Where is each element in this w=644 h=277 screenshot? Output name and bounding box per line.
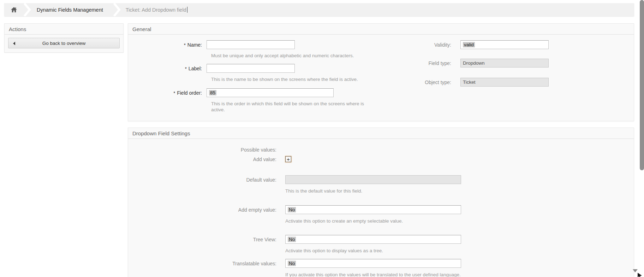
object-type-label: Object type: xyxy=(413,79,456,85)
add-empty-value-hint: Activate this option to create an empty … xyxy=(285,218,634,224)
field-order-selected-value: 85 xyxy=(209,90,216,95)
add-empty-value-label: Add empty value: xyxy=(128,207,276,213)
required-marker: * xyxy=(184,42,186,48)
translatable-values-label: Translatable values: xyxy=(128,261,276,266)
required-marker: * xyxy=(185,66,187,71)
breadcrumb-item-dynamic-fields[interactable]: Dynamic Fields Management xyxy=(31,7,113,13)
field-order-label: *Field order: xyxy=(128,90,207,96)
default-value-row: Default value: xyxy=(128,175,634,184)
translatable-values-row: Translatable values: No xyxy=(128,259,634,268)
field-type-row: Field type: Dropdown xyxy=(413,59,549,67)
name-label: *Name: xyxy=(128,42,207,48)
go-back-to-overview-button[interactable]: Go back to overview xyxy=(8,38,120,48)
tree-view-hint: Activate this option to display values a… xyxy=(285,248,634,254)
add-value-button[interactable]: + xyxy=(285,156,291,162)
add-empty-value-row: Add empty value: No xyxy=(128,205,634,214)
home-button[interactable] xyxy=(4,7,23,12)
translatable-values-selected-value: No xyxy=(288,261,296,266)
field-order-hint: This is the order in which this field wi… xyxy=(211,101,374,113)
general-widget: General *Name: Must be unique and only a… xyxy=(128,23,634,121)
required-marker: * xyxy=(173,90,175,96)
name-input[interactable] xyxy=(207,40,295,49)
label-label: *Label: xyxy=(128,66,207,71)
general-title: General xyxy=(128,24,634,35)
plus-icon: + xyxy=(287,157,290,162)
mouse-cursor-icon xyxy=(637,273,643,277)
field-type-value: Dropdown xyxy=(463,60,485,66)
scroll-down-icon[interactable] xyxy=(633,269,638,272)
go-back-button-label: Go back to overview xyxy=(42,41,85,46)
chevron-right-icon xyxy=(113,3,121,16)
breadcrumb: Dynamic Fields Management Ticket: Add Dr… xyxy=(4,3,634,16)
default-value-hint: This is the default value for this field… xyxy=(285,188,634,194)
object-type-select-disabled: Ticket xyxy=(460,78,549,87)
field-order-input[interactable]: 85 xyxy=(207,88,334,97)
validity-label: Validity: xyxy=(413,42,456,48)
label-input[interactable] xyxy=(207,64,295,73)
add-value-label: Add value: xyxy=(128,157,276,162)
dropdown-field-settings-widget: Dropdown Field Settings Possible values:… xyxy=(128,128,634,277)
home-icon xyxy=(11,7,17,12)
object-type-value: Ticket xyxy=(463,79,476,85)
field-type-select-disabled: Dropdown xyxy=(460,59,549,67)
translatable-values-hint: If you activate this option the values w… xyxy=(285,272,634,277)
name-field-row: *Name: xyxy=(128,40,634,49)
settings-title: Dropdown Field Settings xyxy=(128,128,634,139)
field-order-row: *Field order: 85 xyxy=(128,88,634,97)
possible-values-label: Possible values: xyxy=(128,147,276,153)
validity-row: Validity: valid xyxy=(413,40,549,49)
possible-values-row: Possible values: xyxy=(128,147,634,153)
tree-view-row: Tree View: No xyxy=(128,235,634,244)
text-caret xyxy=(187,7,187,13)
validity-selected-value: valid xyxy=(463,42,475,47)
breadcrumb-item-current: Ticket: Add Dropdown field xyxy=(121,7,186,13)
validity-select[interactable]: valid xyxy=(460,40,549,49)
tree-view-label: Tree View: xyxy=(128,237,276,242)
actions-widget: Actions Go back to overview xyxy=(4,23,124,53)
default-value-label: Default value: xyxy=(128,177,276,183)
actions-title: Actions xyxy=(5,24,123,35)
chevron-right-icon xyxy=(23,3,31,16)
vertical-scrollbar-thumb[interactable] xyxy=(640,0,644,170)
tree-view-selected-value: No xyxy=(288,237,296,242)
back-arrow-icon xyxy=(13,42,15,45)
add-value-row: Add value: + xyxy=(128,156,634,162)
field-type-label: Field type: xyxy=(413,60,456,66)
add-empty-value-select[interactable]: No xyxy=(285,205,461,214)
translatable-values-select[interactable]: No xyxy=(285,259,461,268)
add-empty-value-selected-value: No xyxy=(288,207,296,212)
tree-view-select[interactable]: No xyxy=(285,235,461,244)
default-value-select-disabled xyxy=(285,175,461,184)
object-type-row: Object type: Ticket xyxy=(413,78,549,87)
label-field-row: *Label: xyxy=(128,64,634,73)
